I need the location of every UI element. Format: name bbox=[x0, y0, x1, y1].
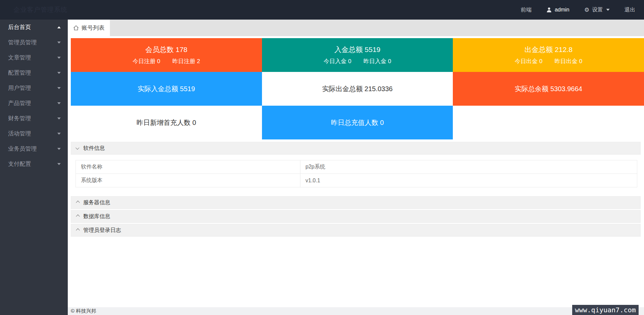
tile-title: 实际出金总额 215.0336 bbox=[322, 84, 393, 94]
tile-sub-right: 昨日注册 2 bbox=[172, 57, 200, 65]
tile-actual-balance: 实际总余额 5303.9664 bbox=[453, 72, 644, 106]
tile-title: 昨日总充值人数 0 bbox=[331, 118, 384, 127]
sidebar-item-label: 管理员管理 bbox=[8, 38, 37, 46]
panel-header-admin-login-log[interactable]: 管理员登录日志 bbox=[71, 224, 641, 237]
gear-icon: ⚙ bbox=[584, 7, 589, 13]
software-info-table: 软件名称 p2p系统 系统版本 v1.0.1 bbox=[76, 160, 637, 187]
tab-label: 账号列表 bbox=[82, 24, 105, 32]
user-menu[interactable]: admin bbox=[546, 7, 569, 13]
caret-down-icon bbox=[57, 148, 61, 150]
sidebar-item-label: 用户管理 bbox=[8, 84, 31, 92]
panel-title: 管理员登录日志 bbox=[83, 227, 121, 234]
frontend-link-label: 前端 bbox=[521, 6, 531, 14]
panel-header-server-info[interactable]: 服务器信息 bbox=[71, 196, 641, 209]
settings-menu[interactable]: ⚙ 设置 bbox=[584, 6, 610, 14]
watermark: www.qiyuan7.com bbox=[572, 305, 639, 315]
tile-subtitle: 今日入金 0 昨日入金 0 bbox=[324, 57, 391, 65]
tile-title: 昨日新增首充人数 0 bbox=[137, 118, 196, 127]
table-row: 系统版本 v1.0.1 bbox=[76, 174, 637, 187]
sidebar-item-products[interactable]: 产品管理 bbox=[0, 96, 68, 111]
row-key: 软件名称 bbox=[76, 160, 300, 174]
caret-down-icon bbox=[57, 42, 61, 44]
sidebar-item-home[interactable]: 后台首页 bbox=[0, 20, 68, 35]
chevron-down-icon bbox=[606, 9, 610, 11]
tile-sub-left: 今日入金 0 bbox=[324, 57, 351, 65]
tile-title: 实际入金总额 5519 bbox=[138, 84, 195, 94]
caret-down-icon bbox=[57, 102, 61, 104]
panel-header-database-info[interactable]: 数据库信息 bbox=[71, 210, 641, 223]
panel-body-software-info: 软件名称 p2p系统 系统版本 v1.0.1 bbox=[71, 155, 641, 196]
tile-title: 入金总额 5519 bbox=[334, 45, 381, 54]
panel-title: 数据库信息 bbox=[83, 213, 110, 220]
frontend-link[interactable]: 前端 bbox=[521, 6, 531, 14]
tile-actual-deposit: 实际入金总额 5519 bbox=[71, 72, 262, 106]
home-icon bbox=[73, 25, 79, 31]
tile-title: 实际总余额 5303.9664 bbox=[515, 84, 582, 94]
stat-tiles: 会员总数 178 今日注册 0 昨日注册 2 入金总额 5519 今日入金 0 … bbox=[71, 38, 644, 139]
tile-actual-withdraw: 实际出金总额 215.0336 bbox=[262, 72, 453, 106]
caret-down-icon bbox=[57, 117, 61, 120]
caret-down-icon bbox=[57, 163, 61, 165]
sidebar-item-salesmen[interactable]: 业务员管理 bbox=[0, 141, 68, 156]
sidebar-item-config[interactable]: 配置管理 bbox=[0, 65, 68, 80]
row-key: 系统版本 bbox=[76, 174, 300, 187]
tile-total-withdraw: 出金总额 212.8 今日出金 0 昨日出金 0 bbox=[453, 38, 644, 72]
sidebar-item-admins[interactable]: 管理员管理 bbox=[0, 35, 68, 50]
username-label: admin bbox=[555, 7, 569, 13]
info-panels: 软件信息 软件名称 p2p系统 系统版本 v1.0.1 服务器信息 数据库信息 bbox=[71, 142, 641, 237]
tab-strip: 账号列表 bbox=[68, 20, 644, 36]
watermark-text: www.qiyuan7.com bbox=[575, 306, 636, 314]
user-icon bbox=[546, 7, 552, 13]
tile-title: 出金总额 212.8 bbox=[524, 45, 572, 54]
sidebar-item-label: 配置管理 bbox=[8, 69, 31, 77]
tile-subtitle: 今日注册 0 昨日注册 2 bbox=[133, 57, 200, 65]
app-title: 企业客户管理系统 bbox=[13, 5, 67, 14]
row-value: v1.0.1 bbox=[300, 174, 637, 187]
main-content: 账号列表 会员总数 178 今日注册 0 昨日注册 2 入金总额 5519 今日… bbox=[68, 20, 644, 315]
sidebar-item-label: 产品管理 bbox=[8, 99, 31, 107]
chevron-right-icon bbox=[76, 228, 80, 232]
caret-down-icon bbox=[57, 87, 61, 89]
row-value: p2p系统 bbox=[300, 160, 637, 174]
sidebar-item-label: 业务员管理 bbox=[8, 145, 37, 153]
sidebar-item-activities[interactable]: 活动管理 bbox=[0, 126, 68, 141]
chevron-right-icon bbox=[76, 214, 80, 218]
panel-title: 服务器信息 bbox=[83, 199, 110, 206]
sidebar-item-payment[interactable]: 支付配置 bbox=[0, 156, 68, 172]
tile-first-recharge: 昨日新增首充人数 0 bbox=[71, 106, 262, 139]
table-row: 软件名称 p2p系统 bbox=[76, 160, 637, 174]
tile-sub-left: 今日出金 0 bbox=[515, 57, 542, 65]
chevron-down-icon bbox=[76, 146, 79, 150]
tile-title: 会员总数 178 bbox=[145, 45, 187, 54]
tile-total-deposit: 入金总额 5519 今日入金 0 昨日入金 0 bbox=[262, 38, 453, 72]
topbar-menu: 前端 admin ⚙ 设置 退出 bbox=[521, 6, 635, 14]
sidebar-item-users[interactable]: 用户管理 bbox=[0, 80, 68, 96]
tile-sub-right: 昨日入金 0 bbox=[363, 57, 391, 65]
caret-down-icon bbox=[57, 133, 61, 135]
sidebar-item-label: 支付配置 bbox=[8, 160, 31, 168]
sidebar-item-label: 文章管理 bbox=[8, 54, 31, 61]
tile-subtitle: 今日出金 0 昨日出金 0 bbox=[515, 57, 582, 65]
logout-button[interactable]: 退出 bbox=[624, 6, 635, 14]
tile-total-members: 会员总数 178 今日注册 0 昨日注册 2 bbox=[71, 38, 262, 72]
footer: © 科技兴邦 bbox=[68, 307, 644, 315]
sidebar-item-label: 后台首页 bbox=[8, 23, 31, 31]
chevron-right-icon bbox=[76, 201, 80, 204]
tile-empty bbox=[453, 106, 644, 139]
sidebar-item-label: 财务管理 bbox=[8, 114, 31, 122]
topbar: 企业客户管理系统 前端 admin ⚙ 设置 退出 bbox=[0, 0, 644, 20]
panel-title: 软件信息 bbox=[83, 145, 105, 152]
tile-sub-left: 今日注册 0 bbox=[133, 57, 160, 65]
tab-account-list[interactable]: 账号列表 bbox=[68, 20, 110, 36]
tile-total-recharge: 昨日总充值人数 0 bbox=[262, 106, 453, 139]
logout-label: 退出 bbox=[624, 6, 635, 14]
copyright-text: © 科技兴邦 bbox=[71, 308, 96, 314]
sidebar: 后台首页 管理员管理 文章管理 配置管理 用户管理 产品管理 财务管理 活动管理… bbox=[0, 20, 68, 315]
settings-label: 设置 bbox=[592, 6, 603, 14]
sidebar-item-label: 活动管理 bbox=[8, 130, 31, 137]
sidebar-item-finance[interactable]: 财务管理 bbox=[0, 111, 68, 126]
sidebar-item-articles[interactable]: 文章管理 bbox=[0, 50, 68, 65]
panel-header-software-info[interactable]: 软件信息 bbox=[71, 142, 641, 155]
caret-up-icon bbox=[57, 26, 61, 28]
caret-down-icon bbox=[57, 57, 61, 59]
